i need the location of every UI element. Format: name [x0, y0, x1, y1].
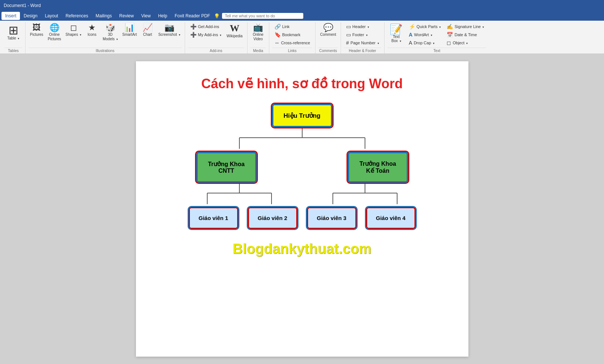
- get-addins-icon: ➕: [190, 24, 197, 30]
- menu-item-insert[interactable]: Insert: [1, 12, 20, 20]
- ribbon-group-illustrations: 🖼 Pictures 🌐 OnlinePictures ◻ Shapes ▾ ★…: [25, 22, 185, 54]
- cross-reference-button[interactable]: ↔ Cross-reference: [272, 39, 313, 47]
- date-time-label: Date & Time: [454, 32, 477, 37]
- menu-item-help[interactable]: Help: [154, 12, 171, 20]
- menu-item-design[interactable]: Design: [20, 12, 41, 20]
- text-box-icon: 📝: [390, 24, 403, 35]
- smartart-icon: 📊: [124, 24, 134, 32]
- header-footer-col: ▭ Header ▾ ▭ Footer ▾ # Page Number ▾: [344, 23, 381, 47]
- object-label: Object ▾: [453, 41, 468, 45]
- ribbon-group-tables-items: ⊞ Table ▾: [4, 23, 22, 48]
- drop-cap-icon: A: [409, 40, 412, 46]
- addins-group-label: Add-ins: [188, 48, 244, 54]
- date-time-button[interactable]: 📅 Date & Time: [444, 31, 486, 38]
- header-icon: ▭: [346, 24, 351, 30]
- signature-line-label: Signature Line ▾: [454, 24, 484, 29]
- page-number-button[interactable]: # Page Number ▾: [344, 39, 381, 47]
- menu-item-review[interactable]: Review: [116, 12, 137, 20]
- link-label: Link: [282, 24, 290, 29]
- connector-svg-l2-l3: [182, 184, 422, 206]
- wikipedia-icon: W: [230, 24, 239, 33]
- search-lightbulb-icon: 💡: [214, 13, 220, 19]
- org-node-root: Hiệu Trưởng: [271, 103, 334, 128]
- window-title: Document1 - Word: [4, 3, 41, 8]
- my-addins-label: My Add-ins ▾: [198, 32, 221, 37]
- ribbon-group-links: 🔗 Link 🔖 Bookmark ↔ Cross-reference Link…: [269, 22, 316, 54]
- cross-reference-label: Cross-reference: [281, 41, 310, 45]
- menu-item-mailings[interactable]: Mailings: [92, 12, 116, 20]
- search-input[interactable]: [222, 13, 303, 19]
- signature-line-button[interactable]: ✍ Signature Line ▾: [444, 23, 486, 30]
- 3d-models-label: 3DModels ▾: [103, 32, 118, 41]
- wordart-button[interactable]: A WordArt ▾: [407, 31, 443, 38]
- drop-cap-button[interactable]: A Drop Cap ▾: [407, 39, 443, 47]
- node-hieu-truong: Hiệu Trưởng: [271, 103, 334, 128]
- text-col1: ⚡ Quick Parts ▾ A WordArt ▾ A Drop Cap ▾: [407, 23, 443, 47]
- node-giaovien2: Giáo viên 2: [247, 206, 298, 230]
- table-icon: ⊞: [8, 24, 18, 36]
- link-button[interactable]: 🔗 Link: [272, 23, 313, 30]
- object-button[interactable]: ◻ Object ▾: [444, 39, 486, 47]
- online-pictures-icon: 🌐: [50, 24, 59, 32]
- org-node-cntt: Trưởng Khoa CNTT: [195, 151, 258, 184]
- online-video-button[interactable]: 📺 OnlineVideo: [250, 23, 266, 42]
- menu-item-references[interactable]: References: [62, 12, 92, 20]
- comment-label: Comment: [320, 32, 336, 37]
- links-group-label: Links: [272, 48, 313, 54]
- ribbon-group-addins-items: ➕ Get Add-ins ➕ My Add-ins ▾ W Wikipedia: [188, 23, 244, 48]
- comment-button[interactable]: 💬 Comment: [318, 23, 337, 38]
- shapes-button[interactable]: ◻ Shapes ▾: [64, 23, 83, 38]
- table-label: Table ▾: [7, 36, 20, 40]
- ribbon-group-comments: 💬 Comment Comments: [315, 22, 341, 54]
- header-button[interactable]: ▭ Header ▾: [344, 23, 381, 30]
- text-box-button[interactable]: 📝 TextBox ▾: [388, 23, 405, 43]
- document-page: Cách vẽ hình, sơ đồ trong Word Hiệu Trưở…: [136, 61, 468, 357]
- footer-button[interactable]: ▭ Footer ▾: [344, 31, 381, 38]
- org-node-gv3: Giáo viên 3: [306, 206, 358, 230]
- ribbon-group-addins: ➕ Get Add-ins ➕ My Add-ins ▾ W Wikipedia…: [185, 22, 248, 54]
- addins-col: ➕ Get Add-ins ➕ My Add-ins ▾: [188, 23, 223, 38]
- media-group-label: Media: [250, 48, 266, 54]
- chart-button[interactable]: 📈 Chart: [140, 23, 155, 38]
- node-truong-khoa-ketoan: Trưởng Khoa Kế Toán: [347, 151, 409, 184]
- bookmark-label: Bookmark: [282, 32, 301, 37]
- smartart-label: SmartArt: [122, 32, 137, 37]
- document-footer: Blogdankythuat.com: [158, 241, 446, 257]
- ribbon-group-illustrations-items: 🖼 Pictures 🌐 OnlinePictures ◻ Shapes ▾ ★…: [28, 23, 182, 48]
- links-col: 🔗 Link 🔖 Bookmark ↔ Cross-reference: [272, 23, 313, 47]
- ribbon-group-tables: ⊞ Table ▾ Tables: [1, 22, 25, 54]
- link-icon: 🔗: [274, 24, 281, 30]
- icons-button[interactable]: ★ Icons: [84, 23, 100, 38]
- shapes-icon: ◻: [70, 24, 77, 32]
- get-addins-button[interactable]: ➕ Get Add-ins: [188, 23, 223, 30]
- org-row-level3: Giáo viên 1 Giáo viên 2 Giáo viên 3 Giáo…: [188, 206, 417, 230]
- bookmark-button[interactable]: 🔖 Bookmark: [272, 31, 313, 38]
- table-button[interactable]: ⊞ Table ▾: [4, 23, 22, 40]
- menu-item-view[interactable]: View: [137, 12, 154, 20]
- menu-item-layout[interactable]: Layout: [41, 12, 62, 20]
- online-video-label: OnlineVideo: [253, 32, 263, 41]
- pictures-button[interactable]: 🖼 Pictures: [28, 23, 45, 38]
- wordart-icon: A: [409, 32, 413, 38]
- smartart-button[interactable]: 📊 SmartArt: [121, 23, 138, 38]
- footer-label: Footer ▾: [352, 32, 368, 37]
- object-icon: ◻: [447, 40, 451, 46]
- date-time-icon: 📅: [447, 32, 453, 38]
- my-addins-button[interactable]: ➕ My Add-ins ▾: [188, 31, 223, 38]
- menu-bar: Insert Design Layout References Mailings…: [0, 11, 604, 21]
- shapes-label: Shapes ▾: [65, 32, 81, 37]
- icons-icon: ★: [88, 24, 96, 32]
- online-pictures-button[interactable]: 🌐 OnlinePictures: [46, 23, 62, 42]
- page-number-label: Page Number ▾: [351, 41, 379, 45]
- menu-item-foxit[interactable]: Foxit Reader PDF: [171, 12, 214, 20]
- 3d-models-button[interactable]: 🎲 3DModels ▾: [101, 23, 119, 42]
- my-addins-icon: ➕: [190, 32, 197, 38]
- screenshot-button[interactable]: 📷 Screenshot ▾: [157, 23, 181, 38]
- wikipedia-button[interactable]: W Wikipedia: [225, 23, 244, 39]
- page-number-icon: #: [346, 40, 349, 46]
- quick-parts-button[interactable]: ⚡ Quick Parts ▾: [407, 23, 443, 30]
- wordart-label: WordArt ▾: [414, 32, 432, 37]
- drop-cap-label: Drop Cap ▾: [414, 41, 434, 45]
- document-title: Cách vẽ hình, sơ đồ trong Word: [158, 76, 446, 92]
- org-node-gv1: Giáo viên 1: [188, 206, 239, 230]
